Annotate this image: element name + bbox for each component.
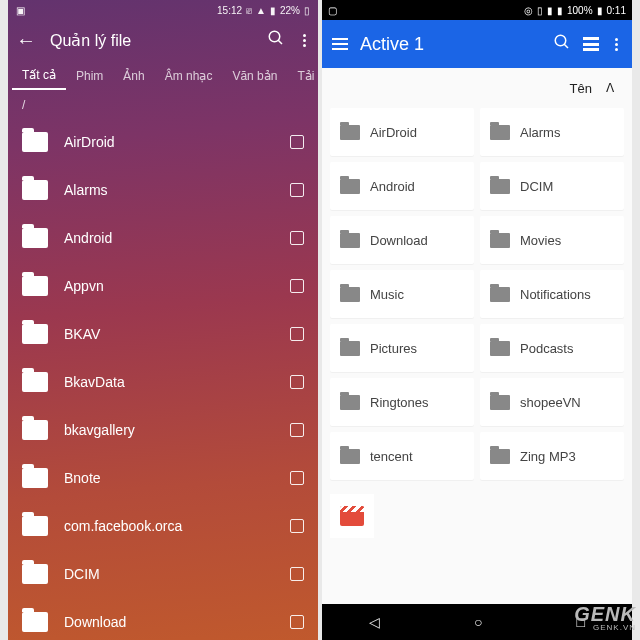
grid-item[interactable]: Music — [330, 270, 474, 318]
item-label: DCIM — [520, 179, 553, 194]
watermark: GENK GENK.VN — [574, 604, 636, 632]
grid-item[interactable]: Movies — [480, 216, 624, 264]
page-title: Quản lý file — [50, 31, 253, 50]
status-time: 15:12 — [217, 5, 242, 16]
list-item[interactable]: Appvn — [8, 262, 318, 310]
grid-item[interactable]: Android — [330, 162, 474, 210]
checkbox[interactable] — [290, 471, 304, 485]
checkbox[interactable] — [290, 231, 304, 245]
video-icon — [340, 506, 364, 526]
item-label: Podcasts — [520, 341, 573, 356]
grid-item[interactable]: Download — [330, 216, 474, 264]
folder-icon — [22, 468, 48, 488]
item-label: BkavData — [64, 374, 274, 390]
signal-icon: ▮ — [270, 5, 276, 16]
wifi-icon: ▲ — [256, 5, 266, 16]
checkbox[interactable] — [290, 567, 304, 581]
list-item[interactable]: Bnote — [8, 454, 318, 502]
checkbox[interactable] — [290, 615, 304, 629]
list-item[interactable]: Alarms — [8, 166, 318, 214]
view-list-icon[interactable] — [583, 37, 599, 51]
list-item[interactable]: BkavData — [8, 358, 318, 406]
list-item[interactable]: AirDroid — [8, 118, 318, 166]
watermark-url: GENK.VN — [574, 624, 636, 632]
grid-item[interactable]: tencent — [330, 432, 474, 480]
folder-icon — [340, 125, 360, 140]
phone-left: ▣ 15:12 ⎚ ▲ ▮ 22% ▯ ← Quản lý file Tất c… — [8, 0, 318, 640]
tab-music[interactable]: Âm nhạc — [155, 69, 223, 83]
grid-item[interactable]: Ringtones — [330, 378, 474, 426]
folder-icon — [340, 341, 360, 356]
list-item[interactable]: com.facebook.orca — [8, 502, 318, 550]
vibrate-icon: ▯ — [537, 5, 543, 16]
folder-icon — [22, 612, 48, 632]
breadcrumb[interactable]: / — [8, 92, 318, 118]
nav-home-icon[interactable]: ○ — [474, 614, 482, 630]
tab-movies[interactable]: Phim — [66, 69, 113, 83]
checkbox[interactable] — [290, 327, 304, 341]
screenshot-icon: ▢ — [328, 5, 337, 16]
checkbox[interactable] — [290, 375, 304, 389]
list-item[interactable]: Download — [8, 598, 318, 640]
list-item[interactable]: DCIM — [8, 550, 318, 598]
grid-item[interactable]: Pictures — [330, 324, 474, 372]
grid-item-video[interactable] — [330, 494, 374, 538]
app-indicator-icon: ▣ — [16, 5, 25, 16]
grid-item[interactable]: DCIM — [480, 162, 624, 210]
battery-percent: 100% — [567, 5, 593, 16]
folder-icon — [22, 132, 48, 152]
checkbox[interactable] — [290, 279, 304, 293]
checkbox[interactable] — [290, 183, 304, 197]
search-icon[interactable] — [267, 29, 285, 52]
tab-photos[interactable]: Ảnh — [113, 69, 154, 83]
nav-back-icon[interactable]: ◁ — [369, 614, 380, 630]
item-label: DCIM — [64, 566, 274, 582]
sort-bar[interactable]: Tên ᐱ — [322, 68, 632, 108]
item-label: BKAV — [64, 326, 274, 342]
list-item[interactable]: Android — [8, 214, 318, 262]
tab-downloads[interactable]: Tải xuống — [287, 69, 318, 83]
folder-icon — [340, 395, 360, 410]
menu-icon[interactable] — [332, 38, 348, 50]
hotspot-icon: ◎ — [524, 5, 533, 16]
item-label: Movies — [520, 233, 561, 248]
tab-docs[interactable]: Văn bản — [222, 69, 287, 83]
cast-icon: ⎚ — [246, 5, 252, 16]
list-item[interactable]: BKAV — [8, 310, 318, 358]
tab-all[interactable]: Tất cả — [12, 68, 66, 90]
item-label: Music — [370, 287, 404, 302]
grid-item[interactable]: Zing MP3 — [480, 432, 624, 480]
back-icon[interactable]: ← — [16, 30, 36, 50]
grid-item[interactable]: Alarms — [480, 108, 624, 156]
item-label: Download — [64, 614, 274, 630]
folder-icon — [490, 449, 510, 464]
checkbox[interactable] — [290, 519, 304, 533]
item-label: Android — [370, 179, 415, 194]
grid-item[interactable]: Podcasts — [480, 324, 624, 372]
grid-item[interactable]: AirDroid — [330, 108, 474, 156]
svg-point-2 — [555, 35, 566, 46]
folder-icon — [22, 420, 48, 440]
more-icon[interactable] — [299, 30, 310, 51]
svg-line-1 — [278, 40, 282, 44]
checkbox[interactable] — [290, 135, 304, 149]
folder-icon — [22, 564, 48, 584]
item-label: Bnote — [64, 470, 274, 486]
list-item[interactable]: bkavgallery — [8, 406, 318, 454]
folder-icon — [490, 287, 510, 302]
status-bar-left: ▣ 15:12 ⎚ ▲ ▮ 22% ▯ — [8, 0, 318, 20]
item-label: AirDroid — [370, 125, 417, 140]
item-label: Download — [370, 233, 428, 248]
signal-icon: ▮ — [547, 5, 553, 16]
search-icon[interactable] — [553, 33, 571, 55]
checkbox[interactable] — [290, 423, 304, 437]
item-label: Notifications — [520, 287, 591, 302]
page-title: Active 1 — [360, 34, 541, 55]
svg-line-3 — [564, 44, 568, 48]
folder-icon — [490, 395, 510, 410]
folder-icon — [22, 516, 48, 536]
folder-icon — [22, 228, 48, 248]
more-icon[interactable] — [611, 34, 622, 55]
grid-item[interactable]: shopeeVN — [480, 378, 624, 426]
grid-item[interactable]: Notifications — [480, 270, 624, 318]
